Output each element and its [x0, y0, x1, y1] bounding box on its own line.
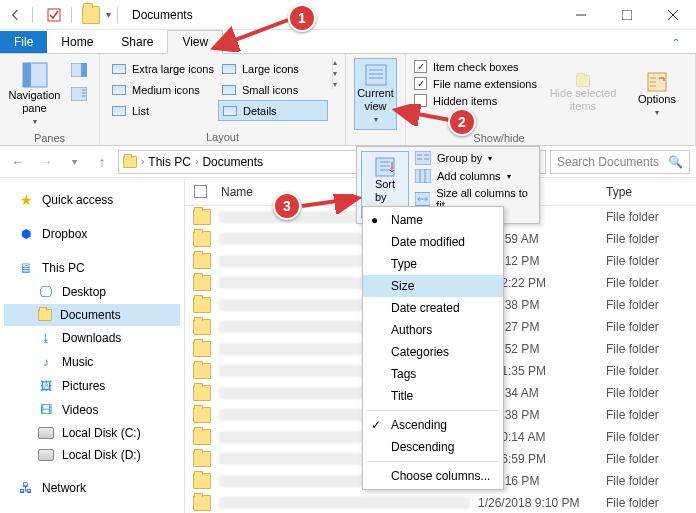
- sort-date-created[interactable]: Date created: [363, 297, 503, 319]
- checkbox-icon: [414, 60, 427, 73]
- navigation-sidebar: ★Quick access ⬢Dropbox 🖥This PC 🖵Desktop…: [0, 178, 185, 513]
- qat-properties-icon[interactable]: [43, 4, 65, 26]
- sort-name[interactable]: ●Name: [363, 209, 503, 231]
- folder-icon: [193, 231, 211, 247]
- sort-choose-columns[interactable]: Choose columns...: [363, 465, 503, 487]
- svg-rect-24: [415, 169, 431, 183]
- group-by-button[interactable]: Group by▾: [415, 151, 535, 165]
- music-icon: ♪: [38, 354, 54, 370]
- layout-small-icons[interactable]: Small icons: [218, 79, 328, 100]
- ribbon-help-icon[interactable]: ˆ: [656, 37, 696, 53]
- tab-share[interactable]: Share: [107, 31, 167, 53]
- window-folder-icon: [82, 6, 100, 24]
- minimize-button[interactable]: [558, 0, 604, 30]
- sort-date-modified[interactable]: Date modified: [363, 231, 503, 253]
- layout-list[interactable]: List: [108, 100, 218, 121]
- file-type: File folder: [606, 386, 696, 400]
- svg-rect-9: [71, 87, 87, 101]
- sort-title[interactable]: Title: [363, 385, 503, 407]
- qat-prev-icon[interactable]: [4, 4, 26, 26]
- sidebar-pictures[interactable]: 🖼Pictures: [4, 374, 180, 398]
- sidebar-videos[interactable]: 🎞Videos: [4, 398, 180, 422]
- sort-size[interactable]: Size: [363, 275, 503, 297]
- layout-extra-large-icons[interactable]: Extra large icons: [108, 58, 218, 79]
- file-type: File folder: [606, 342, 696, 356]
- file-type: File folder: [606, 254, 696, 268]
- check-file-name-extensions[interactable]: File name extensions: [414, 77, 537, 90]
- sidebar-desktop[interactable]: 🖵Desktop: [4, 280, 180, 304]
- svg-line-29: [396, 110, 450, 120]
- sidebar-network[interactable]: 🖧Network: [4, 476, 180, 500]
- file-type: File folder: [606, 364, 696, 378]
- up-button[interactable]: ↑: [90, 150, 114, 174]
- close-button[interactable]: [650, 0, 696, 30]
- details-pane-icon[interactable]: [67, 82, 91, 106]
- svg-rect-13: [366, 65, 386, 85]
- sidebar-local-d[interactable]: Local Disk (D:): [4, 444, 180, 466]
- sort-tags[interactable]: Tags: [363, 363, 503, 385]
- options-icon: [646, 71, 668, 93]
- sort-type[interactable]: Type: [363, 253, 503, 275]
- sidebar-downloads[interactable]: ⭳Downloads: [4, 326, 180, 350]
- sidebar-quick-access[interactable]: ★Quick access: [4, 188, 180, 212]
- sort-authors[interactable]: Authors: [363, 319, 503, 341]
- maximize-button[interactable]: [604, 0, 650, 30]
- column-type[interactable]: Type: [606, 185, 696, 199]
- hide-selected-icon: [576, 75, 590, 87]
- checkbox-icon: [414, 77, 427, 90]
- navigation-pane-button[interactable]: Navigation pane ▾: [8, 58, 61, 130]
- svg-rect-8: [81, 63, 87, 77]
- check-item-check-boxes[interactable]: Item check boxes: [414, 60, 537, 73]
- address-folder-icon: [123, 156, 137, 168]
- back-button[interactable]: ←: [6, 150, 30, 174]
- svg-rect-18: [376, 158, 394, 176]
- network-icon: 🖧: [18, 480, 34, 496]
- layout-medium-icons[interactable]: Medium icons: [108, 79, 218, 100]
- file-type: File folder: [606, 276, 696, 290]
- sidebar-music[interactable]: ♪Music: [4, 350, 180, 374]
- details-icon: [223, 106, 237, 116]
- current-view-button[interactable]: Current view ▾: [354, 58, 397, 130]
- tab-home[interactable]: Home: [47, 31, 107, 53]
- size-columns-icon: [415, 192, 430, 206]
- forward-button[interactable]: →: [34, 150, 58, 174]
- crumb-documents[interactable]: Documents: [202, 155, 263, 169]
- file-type: File folder: [606, 320, 696, 334]
- sidebar-documents[interactable]: Documents: [4, 304, 180, 326]
- sidebar-dropbox[interactable]: ⬢Dropbox: [4, 222, 180, 246]
- callout-3: 3: [273, 192, 301, 220]
- medium-icons-icon: [112, 85, 126, 95]
- current-view-icon: [364, 63, 388, 87]
- qat-customize-chevron-icon[interactable]: ▾: [106, 9, 111, 20]
- sort-categories[interactable]: Categories: [363, 341, 503, 363]
- small-icons-icon: [222, 85, 236, 95]
- select-all-checkbox[interactable]: [194, 185, 207, 198]
- sidebar-local-c[interactable]: Local Disk (C:): [4, 422, 180, 444]
- sort-descending[interactable]: Descending: [363, 436, 503, 458]
- file-type: File folder: [606, 496, 696, 510]
- table-row[interactable]: 1/26/2018 9:10 PMFile folder: [185, 492, 696, 513]
- group-label-panes: Panes: [8, 130, 91, 144]
- search-placeholder: Search Documents: [557, 155, 659, 169]
- add-columns-button[interactable]: Add columns▾: [415, 169, 535, 183]
- file-type: File folder: [606, 452, 696, 466]
- search-icon: 🔍: [668, 155, 683, 169]
- tab-file[interactable]: File: [0, 31, 47, 53]
- drive-icon: [38, 449, 54, 461]
- sidebar-this-pc[interactable]: 🖥This PC: [4, 256, 180, 280]
- layout-details[interactable]: Details: [218, 100, 328, 121]
- svg-rect-0: [48, 9, 60, 21]
- options-button[interactable]: Options ▾: [629, 58, 685, 130]
- crumb-this-pc[interactable]: This PC: [148, 155, 191, 169]
- preview-pane-icon[interactable]: [67, 58, 91, 82]
- layout-large-icons[interactable]: Large icons: [218, 58, 328, 79]
- sort-ascending[interactable]: ✓Ascending: [363, 414, 503, 436]
- title-bar: ▾ Documents: [0, 0, 696, 30]
- recent-locations-button[interactable]: ▾: [62, 150, 86, 174]
- search-box[interactable]: Search Documents 🔍: [550, 150, 690, 174]
- dropbox-icon: ⬢: [18, 226, 34, 242]
- folder-icon: [193, 319, 211, 335]
- layout-gallery-scroll[interactable]: ▴▾▾: [332, 58, 337, 89]
- drive-icon: [38, 427, 54, 439]
- hide-selected-items-button[interactable]: Hide selected items: [547, 58, 619, 130]
